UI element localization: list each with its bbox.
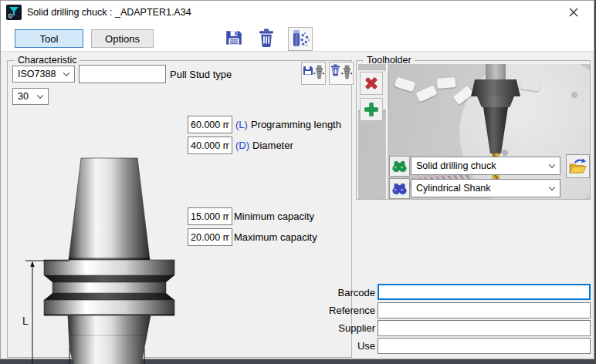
- toolholder-group: Toolholder: [356, 60, 591, 200]
- save-button[interactable]: [223, 27, 245, 49]
- delete-toolholder-button[interactable]: [329, 62, 354, 85]
- tool-graphics-button[interactable]: [288, 27, 313, 51]
- programming-length-label: (L)Programming length: [235, 119, 341, 130]
- search-toolholder-button[interactable]: [389, 156, 410, 177]
- diagram-length-label: L: [22, 315, 29, 327]
- trash-icon: [258, 29, 275, 48]
- taper-size-value: 30: [18, 91, 29, 102]
- add-icon: [364, 102, 379, 117]
- reference-label: Reference: [294, 305, 375, 316]
- standard-select[interactable]: ISO7388: [12, 66, 75, 83]
- toolholder-diagram: L D: [17, 150, 202, 364]
- pull-stud-input[interactable]: [79, 65, 166, 83]
- delete-toolholder-icon: [330, 64, 352, 83]
- chevron-down-icon: [549, 162, 555, 168]
- supplier-label: Supplier: [294, 322, 375, 334]
- top-band: Solid drilling chuck : _ADAPTER1.A34 Too…: [1, 1, 594, 52]
- chevron-down-icon: [549, 184, 555, 190]
- open-folder-icon: [568, 157, 588, 175]
- diameter-prefix: (D): [235, 140, 249, 151]
- toolholder-type-select[interactable]: Solid drilling chuck: [411, 157, 560, 175]
- characteristic-group-label: Characteristic: [15, 55, 80, 66]
- pull-stud-label: Pull Stud type: [170, 69, 232, 80]
- close-button[interactable]: [558, 1, 589, 24]
- shank-type-value: Cylindrical Shank: [416, 183, 491, 194]
- minimum-capacity-label: Minimum capacity: [234, 211, 314, 222]
- binoculars-blue-icon: [391, 182, 408, 195]
- binoculars-green-icon: [391, 160, 408, 173]
- chevron-down-icon: [63, 70, 69, 76]
- supplier-input[interactable]: [378, 320, 591, 336]
- toolholder-type-value: Solid drilling chuck: [416, 160, 496, 171]
- chevron-down-icon: [37, 93, 43, 99]
- open-toolholder-library-button[interactable]: [566, 154, 590, 178]
- standard-select-value: ISO7388: [18, 69, 56, 79]
- save-icon: [225, 29, 243, 47]
- use-input[interactable]: [378, 338, 591, 354]
- window-title: Solid drilling chuck : _ADAPTER1.A34: [27, 7, 191, 18]
- app-icon: [6, 5, 22, 20]
- dialog-window: Solid drilling chuck : _ADAPTER1.A34 Too…: [0, 0, 594, 359]
- shank-type-select[interactable]: Cylindrical Shank: [411, 179, 560, 197]
- taper-size-select[interactable]: 30: [12, 88, 49, 105]
- window-titlebar: Solid drilling chuck : _ADAPTER1.A34: [1, 1, 594, 24]
- delete-button[interactable]: [256, 27, 277, 49]
- tab-tool[interactable]: Tool: [15, 29, 83, 48]
- remove-toolholder-button[interactable]: [360, 72, 383, 95]
- diameter-label: (D)Diameter: [235, 140, 293, 151]
- programming-length-input[interactable]: [188, 116, 232, 133]
- reference-input[interactable]: [378, 302, 591, 318]
- save-toolholder-button[interactable]: [301, 62, 326, 85]
- search-shank-button[interactable]: [389, 178, 410, 199]
- use-label: Use: [294, 340, 375, 352]
- barcode-input[interactable]: [378, 284, 591, 300]
- maximum-capacity-label: Maximum capacity: [234, 231, 317, 243]
- tab-options[interactable]: Options: [91, 29, 154, 48]
- remove-icon: [364, 76, 379, 91]
- length-prefix: (L): [235, 119, 248, 130]
- save-toolholder-icon: [303, 64, 324, 83]
- barcode-label: Barcode: [294, 287, 375, 298]
- add-toolholder-button[interactable]: [360, 98, 383, 121]
- close-icon: [569, 8, 578, 17]
- tool-chips-icon: [290, 29, 310, 49]
